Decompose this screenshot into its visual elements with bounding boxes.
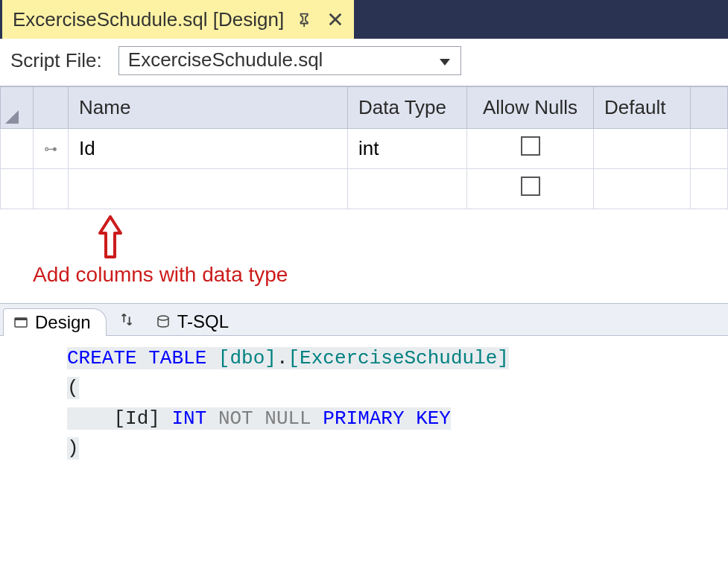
name-cell[interactable] <box>69 169 348 209</box>
tsql-tab-label: T-SQL <box>177 311 229 332</box>
name-column-header: Name <box>69 87 348 129</box>
tab-design[interactable]: Design <box>3 308 107 336</box>
document-tab-title: ExcerciseSchudule.sql [Design] <box>13 8 284 31</box>
default-cell[interactable] <box>594 129 691 169</box>
row-selector-header <box>1 87 34 129</box>
key-cell: ⊶ <box>34 129 69 169</box>
sql-editor[interactable]: CREATE TABLE [dbo].[ExcerciseSchudule] (… <box>0 336 728 471</box>
corner-glyph-icon <box>5 110 19 124</box>
sql-keyword: NOT <box>218 407 253 430</box>
sql-paren: ) <box>67 437 79 460</box>
columns-header-row: Name Data Type Allow Nulls Default <box>1 87 728 129</box>
table-row[interactable]: ⊶ Id int <box>1 129 728 169</box>
script-file-value: ExcerciseSchudule.sql <box>128 48 323 71</box>
annotation-arrow-icon <box>95 214 125 264</box>
tab-tsql[interactable]: T-SQL <box>145 308 244 335</box>
name-cell[interactable]: Id <box>69 129 348 169</box>
extra-cell <box>691 169 728 209</box>
datatype-cell[interactable] <box>348 169 467 209</box>
sql-keyword: NULL <box>265 407 311 430</box>
columns-designer-table[interactable]: Name Data Type Allow Nulls Default ⊶ Id … <box>0 86 728 209</box>
sql-keyword: INT <box>171 407 206 430</box>
svg-rect-4 <box>15 318 27 320</box>
close-icon[interactable] <box>327 11 344 28</box>
script-file-label: Script File: <box>10 49 102 72</box>
sql-keyword: PRIMARY <box>323 407 404 430</box>
primary-key-icon: ⊶ <box>44 141 57 157</box>
tsql-tab-icon <box>155 314 171 330</box>
script-file-dropdown[interactable]: ExcerciseSchudule.sql <box>118 46 461 75</box>
extra-column-header <box>691 87 728 129</box>
row-selector[interactable] <box>1 129 34 169</box>
allownulls-column-header: Allow Nulls <box>467 87 594 129</box>
allownulls-cell[interactable] <box>467 129 594 169</box>
pin-icon[interactable] <box>297 11 314 28</box>
sql-keyword: CREATE <box>67 347 137 369</box>
sql-keyword: KEY <box>416 407 451 430</box>
svg-point-5 <box>158 316 168 320</box>
lower-tab-strip: Design T-SQL <box>0 303 728 336</box>
sql-identifier: [dbo] <box>218 347 276 369</box>
allownulls-cell[interactable] <box>467 169 594 209</box>
table-row[interactable] <box>1 169 728 209</box>
sql-paren: ( <box>67 377 79 399</box>
title-bar: ExcerciseSchudule.sql [Design] <box>0 0 728 39</box>
annotation-text: Add columns with data type <box>33 263 288 287</box>
allownulls-checkbox[interactable] <box>521 136 540 156</box>
key-cell <box>34 169 69 209</box>
swap-icon <box>118 311 135 332</box>
default-column-header: Default <box>594 87 691 129</box>
allownulls-checkbox[interactable] <box>521 177 540 196</box>
sql-identifier: [ExcerciseSchudule] <box>288 347 508 369</box>
datatype-column-header: Data Type <box>348 87 467 129</box>
script-file-row: Script File: ExcerciseSchudule.sql <box>0 39 728 86</box>
key-column-header <box>34 87 69 129</box>
extra-cell <box>691 129 728 169</box>
datatype-cell[interactable]: int <box>348 129 467 169</box>
design-tab-icon <box>13 314 29 331</box>
row-selector[interactable] <box>1 169 34 209</box>
sql-column: [Id] <box>113 407 159 430</box>
sql-dot: . <box>276 347 288 369</box>
document-tab[interactable]: ExcerciseSchudule.sql [Design] <box>2 0 354 39</box>
swap-panes-button[interactable] <box>108 308 145 335</box>
sql-keyword: TABLE <box>148 347 206 369</box>
design-tab-label: Design <box>35 312 91 333</box>
default-cell[interactable] <box>594 169 691 209</box>
annotation-area: Add columns with data type <box>0 209 728 303</box>
